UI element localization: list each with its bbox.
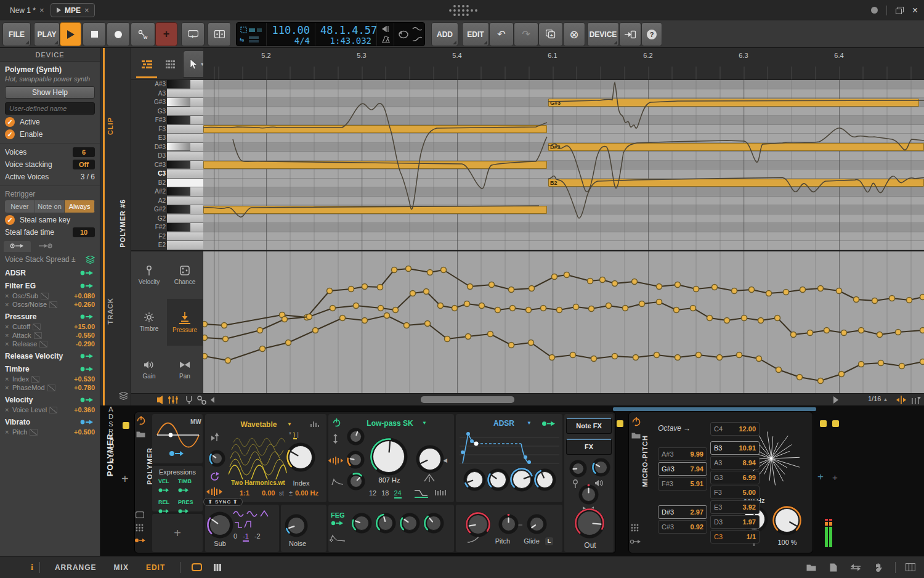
mod-route-arrow-icon[interactable] (80, 270, 95, 276)
pressure-point[interactable] (260, 346, 265, 352)
piano-key-G3[interactable] (167, 107, 203, 116)
pressure-point[interactable] (808, 330, 813, 336)
active-checkbox-icon[interactable]: ✓ (5, 117, 15, 127)
sync-badge[interactable]: ⬆ SYNC ⬆ (203, 498, 243, 506)
mod-amount-value[interactable]: -0.550 (76, 332, 95, 339)
steal-same-key-toggle[interactable]: ✓Steal same key (5, 215, 95, 225)
piano-key-B2[interactable] (167, 179, 203, 188)
feg-mod-arrow-icon[interactable] (331, 520, 344, 526)
mod-target-row[interactable]: ×Oscs/Noise+0.260 (5, 301, 95, 308)
track-tab[interactable]: TRACK (107, 298, 114, 325)
piano-key-G#3[interactable] (167, 98, 203, 107)
micropitch-device-label[interactable]: MICRO-PITCH (641, 435, 649, 487)
pressure-point[interactable] (837, 288, 842, 294)
modulator-out-icon[interactable] (134, 537, 147, 543)
piano-key-F2[interactable] (167, 232, 203, 242)
steal-checkbox-icon[interactable]: ✓ (5, 215, 15, 225)
unison-mode-icons[interactable]: *)| (289, 431, 301, 438)
filter-type-select[interactable]: Low-pass SK (359, 419, 421, 428)
pressure-point[interactable] (327, 288, 333, 294)
mp-value[interactable]: 8.94 (743, 459, 756, 466)
mod-target-row[interactable]: ×Attack-0.550 (5, 332, 95, 339)
micropitch-key-F3[interactable]: F35.00 (710, 486, 760, 499)
pressure-point[interactable] (674, 307, 679, 313)
restore-window-icon[interactable] (896, 7, 904, 14)
pressure-point[interactable] (313, 328, 318, 333)
filter-env-icon[interactable] (331, 478, 344, 486)
glide-knob[interactable] (527, 514, 547, 534)
punch-metronome[interactable] (377, 23, 394, 46)
timeline-ruler[interactable]: 5.25.35.46.16.26.36.4 (203, 48, 924, 80)
undo-button[interactable]: ↶ (489, 22, 514, 46)
mod-target-row[interactable]: ×Release-0.290 (5, 340, 95, 348)
osc-type-chevron-icon[interactable]: ▼ (287, 421, 292, 427)
mod-route-arrow-icon[interactable] (80, 314, 95, 320)
swap-arrows-icon[interactable] (851, 564, 861, 571)
pressure-point[interactable] (732, 288, 737, 294)
layers-icon[interactable] (119, 392, 128, 400)
project-tab[interactable]: New 1 * × (5, 3, 49, 17)
pressure-point[interactable] (878, 360, 884, 366)
voice-stacking-value[interactable]: Off (73, 160, 95, 169)
mixer-panel-icon[interactable] (213, 563, 222, 572)
pitch-amount-knob[interactable] (772, 505, 802, 535)
remove-mod-icon[interactable]: × (5, 375, 12, 383)
note-editor-tab[interactable] (136, 53, 157, 75)
osc-detune-value[interactable]: 0.00 (262, 489, 275, 497)
mod-route-arrow-icon[interactable] (80, 397, 95, 403)
pressure-point[interactable] (424, 289, 429, 295)
device-name-input[interactable] (5, 102, 95, 115)
mp-value[interactable]: 1.97 (743, 518, 756, 526)
pressure-point[interactable] (623, 306, 628, 311)
mod-target-row[interactable]: ×Osc/Sub+0.080 (5, 292, 95, 299)
micropitch-key-A#3[interactable]: A#39.99 (658, 447, 707, 461)
remove-mod-icon[interactable]: × (5, 384, 12, 391)
mod-amount-value[interactable]: +0.080 (74, 292, 95, 299)
duplicate-button[interactable]: + (538, 22, 563, 46)
mod-curve-icon[interactable] (41, 293, 49, 299)
pressure-point[interactable] (907, 298, 912, 303)
pressure-point[interactable] (468, 284, 473, 290)
pressure-point[interactable] (225, 358, 231, 364)
pressure-point[interactable] (588, 279, 593, 284)
position-display[interactable]: 48.1.4.57 1:43.032 (315, 23, 377, 46)
filter-shape-lp-icon[interactable] (413, 488, 429, 498)
clip-tab[interactable]: CLIP (107, 117, 114, 135)
mod-target-row[interactable]: ×Index+0.530 (5, 375, 95, 383)
pressure-point[interactable] (859, 362, 864, 367)
pressure-point[interactable] (354, 303, 359, 309)
pressure-point[interactable] (797, 375, 803, 380)
pressure-point[interactable] (818, 378, 824, 384)
pressure-point[interactable] (724, 318, 730, 324)
add-device-end-button[interactable]: + (817, 471, 824, 483)
amount-value[interactable]: 100 % (771, 539, 803, 546)
tab-incoming-mods[interactable] (32, 241, 59, 252)
launcher-button[interactable]: + (181, 22, 205, 46)
pressure-point[interactable] (466, 334, 471, 340)
micropitch-key-C4[interactable]: C412.00 (710, 422, 760, 436)
micropitch-dots-icon[interactable] (631, 524, 639, 532)
adsr-release-knob[interactable] (533, 468, 556, 491)
piano-key-C#3[interactable] (167, 161, 203, 170)
pressure-point[interactable] (552, 274, 557, 280)
pressure-point[interactable] (784, 290, 789, 295)
piano-key-A#3[interactable] (167, 80, 203, 89)
track-name-vertical[interactable]: POLYMER (105, 433, 115, 476)
micropitch-power-icon[interactable] (631, 417, 641, 426)
mod-route-arrow-icon[interactable] (80, 419, 95, 425)
pressure-point[interactable] (675, 355, 681, 360)
mod-curve-icon[interactable] (49, 301, 57, 308)
wt-index-knob[interactable] (286, 442, 315, 472)
pressure-point[interactable] (362, 318, 368, 324)
filter-slope-24[interactable]: 24 (394, 489, 402, 499)
micropitch-key-D3[interactable]: D31.97 (710, 515, 760, 529)
pressure-point[interactable] (589, 306, 594, 312)
pressure-point[interactable] (920, 328, 924, 333)
feg-decay-knob[interactable] (375, 513, 396, 534)
modwheel-graphic[interactable]: MW (152, 414, 203, 463)
mpe-tab[interactable]: MPE × (51, 3, 95, 17)
info-icon[interactable]: i (31, 563, 33, 572)
pressure-point[interactable] (549, 355, 555, 360)
piano-key-A2[interactable] (167, 197, 203, 206)
device-view-button[interactable]: DEVICE (587, 22, 619, 46)
